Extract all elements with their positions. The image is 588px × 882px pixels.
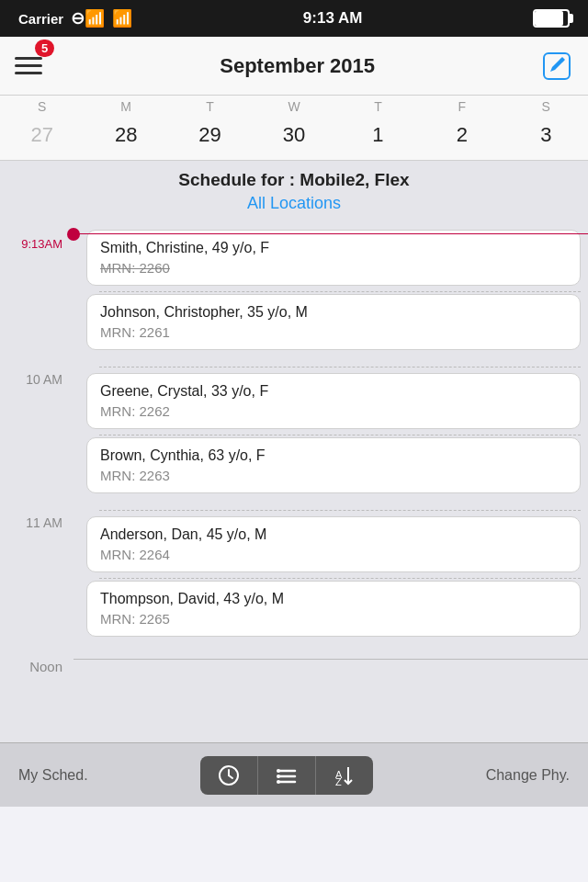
svg-point-9 (277, 780, 280, 784)
patient-name-4: Brown, Cynthia, 63 y/o, F (100, 447, 567, 464)
clock-icon-button[interactable] (200, 756, 258, 795)
my-schedule-button[interactable]: My Sched. (9, 762, 97, 789)
current-time-label: 9:13AM (0, 226, 74, 251)
slot-items-10am: Greene, Crystal, 33 y/o, F MRN: 2262 Bro… (74, 361, 588, 499)
cal-date-27[interactable]: 27 (0, 119, 84, 151)
hamburger-icon[interactable] (15, 57, 42, 74)
patient-name-2: Johnson, Christopher, 35 y/o, M (100, 304, 567, 321)
calendar-day-names: S M T W T F S (0, 96, 588, 116)
current-time-dot (67, 228, 80, 241)
status-time: 9:13 AM (303, 9, 363, 28)
change-physician-button[interactable]: Change Phy. (477, 762, 579, 789)
time-label-10am: 10 AM (0, 361, 74, 387)
time-slot-noon: Noon (0, 642, 588, 682)
nav-title: September 2015 (220, 54, 375, 78)
calendar-dates: 27 28 29 30 1 2 3 (0, 116, 588, 160)
current-time-line (74, 233, 588, 234)
cal-date-2[interactable]: 2 (420, 119, 503, 151)
edit-button[interactable] (540, 50, 573, 83)
patient-mrn-3: MRN: 2262 (100, 403, 567, 419)
cal-date-3[interactable]: 3 (504, 119, 588, 151)
slot-items-11am: Anderson, Dan, 45 y/o, M MRN: 2264 Thomp… (74, 504, 588, 642)
divider-4 (99, 510, 581, 511)
day-t1: T (168, 99, 252, 114)
patient-name-6: Thompson, David, 43 y/o, M (100, 591, 567, 607)
day-f: F (420, 99, 503, 114)
day-w: W (252, 99, 335, 114)
time-label-11am: 11 AM (0, 504, 74, 530)
schedule-list[interactable]: 9:13AM Smith, Christine, 49 y/o, F MRN: … (0, 219, 588, 742)
patient-name-1: Smith, Christine, 49 y/o, F (100, 240, 567, 256)
time-slot-9am: 9:13AM Smith, Christine, 49 y/o, F MRN: … (0, 219, 588, 356)
patient-mrn-1: MRN: 2260 (100, 260, 567, 276)
cal-date-29[interactable]: 29 (168, 119, 252, 151)
sort-icon-button[interactable]: A Z (316, 756, 373, 795)
cal-date-1[interactable]: 1 (336, 119, 420, 151)
slot-items-9am: Smith, Christine, 49 y/o, F MRN: 2260 Jo… (74, 226, 588, 356)
svg-line-3 (229, 775, 232, 778)
patient-mrn-4: MRN: 2263 (100, 468, 567, 483)
schedule-header: Schedule for : Mobile2, Flex All Locatio… (0, 161, 588, 219)
carrier-label: Carrier (18, 11, 63, 27)
time-slot-11am: 11 AM Anderson, Dan, 45 y/o, M MRN: 2264… (0, 499, 588, 642)
patient-name-3: Greene, Crystal, 33 y/o, F (100, 383, 567, 400)
list-icon-button[interactable] (258, 756, 316, 795)
status-bar: Carrier ⊖📶 📶 9:13 AM (0, 0, 588, 37)
patient-name-5: Anderson, Dan, 45 y/o, M (100, 526, 567, 543)
bottom-bar: My Sched. A Z (0, 742, 588, 807)
patient-mrn-2: MRN: 2261 (100, 324, 567, 340)
svg-point-7 (277, 769, 280, 773)
wifi-signal-icon: 📶 (112, 8, 132, 28)
divider-5 (99, 578, 581, 579)
divider-1 (99, 291, 581, 292)
svg-text:Z: Z (335, 776, 342, 787)
patient-card-1[interactable]: Smith, Christine, 49 y/o, F MRN: 2260 (86, 230, 581, 286)
battery-icon (533, 9, 570, 28)
nav-bar: 5 September 2015 (0, 37, 588, 96)
divider-2 (99, 367, 581, 368)
toolbar-icons: A Z (200, 756, 373, 795)
patient-mrn-5: MRN: 2264 (100, 547, 567, 562)
all-locations-button[interactable]: All Locations (15, 194, 573, 213)
patient-card-6[interactable]: Thompson, David, 43 y/o, M MRN: 2265 (86, 581, 581, 637)
notification-badge: 5 (35, 40, 54, 57)
patient-card-5[interactable]: Anderson, Dan, 45 y/o, M MRN: 2264 (86, 516, 581, 572)
time-slot-10am: 10 AM Greene, Crystal, 33 y/o, F MRN: 22… (0, 356, 588, 499)
day-t2: T (336, 99, 420, 114)
cal-date-28[interactable]: 28 (84, 119, 167, 151)
patient-card-3[interactable]: Greene, Crystal, 33 y/o, F MRN: 2262 (86, 373, 581, 429)
menu-button[interactable]: 5 (15, 57, 54, 74)
calendar: S M T W T F S 27 28 29 30 1 2 3 (0, 96, 588, 161)
wifi-icon: ⊖📶 (71, 8, 105, 28)
patient-mrn-6: MRN: 2265 (100, 611, 567, 627)
patient-card-2[interactable]: Johnson, Christopher, 35 y/o, M MRN: 226… (86, 294, 581, 350)
day-s1: S (0, 99, 84, 114)
day-m: M (84, 99, 167, 114)
time-label-noon: Noon (0, 648, 74, 674)
patient-card-4[interactable]: Brown, Cynthia, 63 y/o, F MRN: 2263 (86, 437, 581, 493)
divider-3 (99, 435, 581, 435)
svg-point-8 (277, 775, 280, 778)
noon-divider (74, 659, 588, 660)
day-s2: S (504, 99, 588, 114)
cal-date-30[interactable]: 30 (252, 119, 335, 151)
schedule-title: Schedule for : Mobile2, Flex (15, 170, 573, 190)
